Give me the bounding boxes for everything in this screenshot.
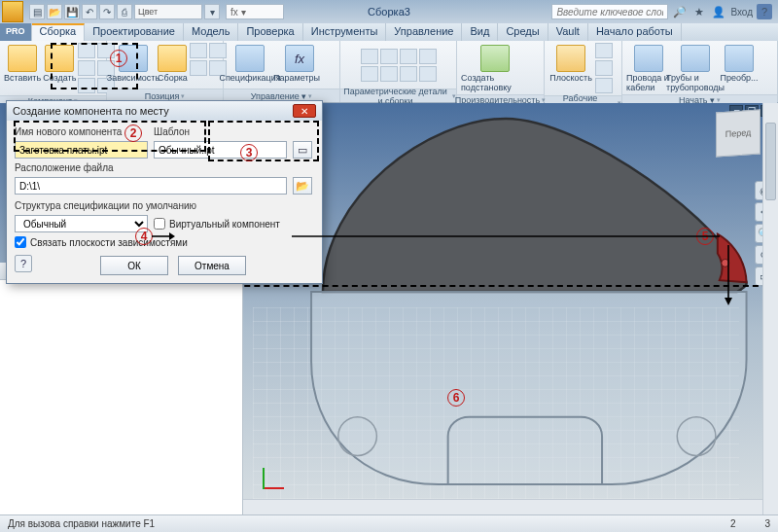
tab-view[interactable]: Вид xyxy=(462,23,498,41)
ok-button[interactable]: ОК xyxy=(100,256,168,275)
horizontal-scrollbar[interactable] xyxy=(243,499,762,514)
panel-manage: Спецификация Параметры Управление ▾ xyxy=(224,41,340,102)
convert-button[interactable]: Преобр... xyxy=(720,43,759,83)
panel-begin: Провода и кабели Трубы и трубопроводы Пр… xyxy=(622,41,778,102)
tab-design[interactable]: Проектирование xyxy=(85,23,184,41)
pipes-button[interactable]: Трубы и трубопроводы xyxy=(673,43,718,92)
axis-triad-icon xyxy=(263,460,292,489)
qat-save-icon[interactable]: 💾 xyxy=(64,4,80,19)
qat-open-icon[interactable]: 📂 xyxy=(47,4,62,19)
bom-select[interactable]: Обычный xyxy=(15,215,148,232)
tab-tools[interactable]: Инструменты xyxy=(303,23,387,41)
search-input[interactable] xyxy=(551,4,668,19)
ribbon: Вставить Создать Компонент Зависимость С… xyxy=(0,41,778,103)
ribbon-tabs: PRO Сборка Проектирование Модель Проверк… xyxy=(0,23,778,41)
panel-workfeatures: Плоскость Рабочие элементы xyxy=(545,41,622,102)
label-new-name: Имя нового компонента xyxy=(15,126,148,137)
tab-manage[interactable]: Управление xyxy=(386,23,462,41)
parameters-button[interactable]: Параметры xyxy=(274,43,319,83)
tab-pro[interactable]: PRO xyxy=(0,23,32,41)
tab-environments[interactable]: Среды xyxy=(498,23,548,41)
label-bom: Структура спецификации по умолчанию xyxy=(15,200,314,211)
help-dropdown-icon[interactable]: ? xyxy=(757,4,772,19)
qat-dropdown-icon[interactable]: ▾ xyxy=(204,4,220,19)
template-select[interactable] xyxy=(154,141,287,159)
panel-label-iparts[interactable]: Параметрические детали и сборки xyxy=(340,89,456,102)
wires-button[interactable]: Провода и кабели xyxy=(626,43,671,92)
qat-print-icon[interactable]: ⎙ xyxy=(117,4,132,19)
app-logo[interactable] xyxy=(2,1,23,22)
virtual-checkbox[interactable]: Виртуальный компонент xyxy=(154,218,314,230)
status-bar: Для вызова справки нажмите F1 2 3 xyxy=(0,514,778,532)
document-title: Сборка3 xyxy=(368,6,410,18)
assemble-button[interactable]: Сборка xyxy=(158,43,188,83)
title-bar: ▤ 📂 💾 ↶ ↷ ⎙ Цвет ▾ fx ▾ Сборка3 🔎 ★ 👤 Вх… xyxy=(0,0,778,23)
tab-model[interactable]: Модель xyxy=(184,23,238,41)
panel-performance: Создать подстановку Производительность xyxy=(457,41,545,102)
qat-undo-icon[interactable]: ↶ xyxy=(82,4,97,19)
svg-point-0 xyxy=(722,259,729,266)
create-button[interactable]: Создать xyxy=(43,43,76,83)
label-template: Шаблон xyxy=(154,126,287,137)
model-browser[interactable] xyxy=(0,263,243,514)
label-location: Расположение файла xyxy=(15,162,287,173)
login-label[interactable]: Вход xyxy=(730,4,753,19)
favorite-icon[interactable]: ★ xyxy=(691,4,707,19)
panel-component: Вставить Создать Компонент xyxy=(0,41,107,102)
status-num-1: 2 xyxy=(730,518,736,529)
location-browse-icon[interactable]: 📂 xyxy=(293,177,312,195)
dialog-titlebar[interactable]: Создание компонента по месту ✕ xyxy=(7,101,322,121)
quick-access-toolbar: ▤ 📂 💾 ↶ ↷ ⎙ Цвет ▾ xyxy=(29,4,220,19)
dialog-close-icon[interactable]: ✕ xyxy=(293,104,316,118)
iparts-small-buttons[interactable] xyxy=(361,49,437,82)
user-icon[interactable]: 👤 xyxy=(711,4,726,19)
location-input[interactable] xyxy=(15,177,287,195)
bom-button[interactable]: Спецификация xyxy=(228,43,272,83)
tab-assembly[interactable]: Сборка xyxy=(32,23,86,41)
qat-redo-icon[interactable]: ↷ xyxy=(99,4,115,19)
dialog-help-icon[interactable]: ? xyxy=(15,255,32,272)
insert-button[interactable]: Вставить xyxy=(4,43,41,83)
position-small-buttons[interactable] xyxy=(190,43,227,76)
tab-inspect[interactable]: Проверка xyxy=(238,23,302,41)
new-name-input[interactable] xyxy=(15,141,148,159)
cancel-button[interactable]: Отмена xyxy=(178,256,246,275)
fx-field[interactable]: fx ▾ xyxy=(226,4,284,19)
part-geometry xyxy=(263,109,759,494)
constraint-button[interactable]: Зависимость xyxy=(111,43,156,83)
create-substitute-button[interactable]: Создать подстановку xyxy=(461,43,529,92)
dialog-title: Создание компонента по месту xyxy=(13,105,169,117)
constrain-checkbox[interactable]: Связать плоскости зависимостями xyxy=(15,236,314,248)
workfeatures-small-buttons[interactable] xyxy=(595,43,613,93)
tab-vault[interactable]: Vault xyxy=(548,23,588,41)
panel-position: Зависимость Сборка Позиция xyxy=(107,41,224,102)
panel-iparts: Параметрические детали и сборки xyxy=(340,41,457,102)
create-component-dialog: Создание компонента по месту ✕ Имя новог… xyxy=(6,100,323,284)
status-num-2: 3 xyxy=(764,518,770,529)
status-text: Для вызова справки нажмите F1 xyxy=(8,518,155,529)
tab-getstarted[interactable]: Начало работы xyxy=(588,23,682,41)
qat-color-field[interactable]: Цвет xyxy=(134,4,202,19)
qat-new-icon[interactable]: ▤ xyxy=(29,4,45,19)
search-icon[interactable]: 🔎 xyxy=(672,4,688,19)
vertical-scrollbar[interactable] xyxy=(762,103,778,514)
template-browse-icon[interactable]: ▭ xyxy=(293,141,312,159)
plane-button[interactable]: Плоскость xyxy=(548,43,593,83)
